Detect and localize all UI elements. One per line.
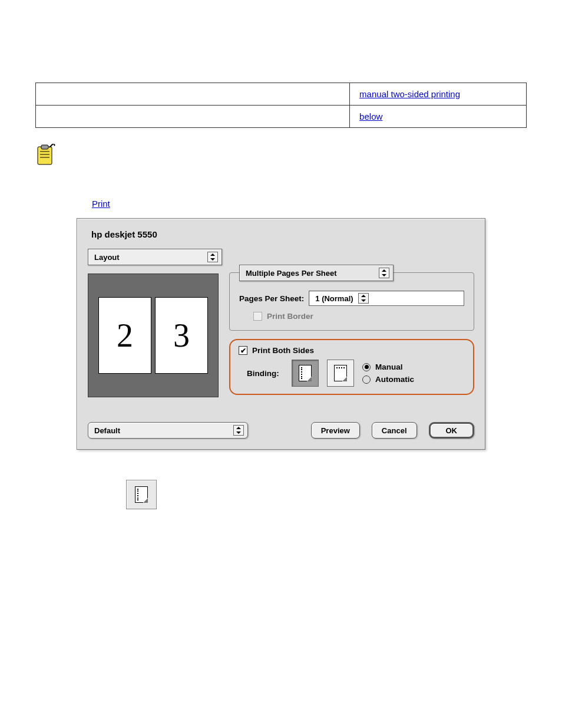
table-row2-right: below — [350, 106, 527, 128]
preset-value: Default — [94, 426, 120, 435]
step-4-text: Select the appropriate binding: — [53, 464, 173, 476]
automatic-radio-label: Automatic — [375, 375, 414, 384]
print-both-sides-panel: Print Both Sides Binding: — [229, 339, 474, 395]
multiple-pages-panel: Multiple Pages Per Sheet Pages Per Sheet… — [229, 272, 474, 331]
preview-page-3: 3 — [155, 297, 208, 374]
printing-instructions-heading: printing instructions — [35, 181, 527, 193]
layout-preview: 2 3 — [88, 274, 219, 397]
print-both-sides-label: Print Both Sides — [252, 346, 314, 355]
pages-per-sheet-value: 1 (Normal) — [315, 294, 353, 303]
book-binding-icon — [135, 486, 148, 503]
below-link[interactable]: below — [359, 111, 382, 121]
updown-arrows-icon — [358, 293, 369, 304]
table-row1-left — [36, 83, 350, 106]
manual-radio-label: Manual — [375, 363, 403, 371]
print-both-sides-checkbox[interactable] — [239, 346, 247, 355]
manual-radio[interactable] — [362, 363, 371, 371]
preview-page-2: 2 — [98, 297, 151, 374]
panel-select[interactable]: Layout — [88, 249, 222, 265]
mpps-value: Multiple Pages Per Sheet — [246, 269, 337, 278]
print-border-row: Print Border — [253, 312, 464, 321]
pages-per-sheet-label: Pages Per Sheet: — [239, 294, 304, 303]
clipboard-note-icon — [35, 144, 55, 168]
binding-tablet-button[interactable] — [327, 360, 354, 387]
preset-select[interactable]: Default — [88, 422, 248, 439]
note-text: For best results, do not use the followi… — [62, 142, 272, 154]
ok-button[interactable]: OK — [429, 422, 475, 439]
svg-rect-1 — [41, 145, 48, 149]
step-1-text-a: Open the — [53, 199, 92, 209]
step-1: 1. Open the Print dialog box, then selec… — [35, 197, 527, 210]
svg-line-5 — [49, 144, 54, 147]
cancel-button[interactable]: Cancel — [372, 422, 417, 439]
print-dialog: hp deskjet 5550 Layout 2 3 — [77, 218, 485, 450]
print-dialog-link[interactable]: Print — [92, 199, 110, 209]
binding-book-button[interactable] — [292, 360, 319, 387]
options-table: manual two-sided printing below — [35, 83, 527, 128]
print-border-checkbox — [253, 312, 262, 321]
step-4: 4. Select the appropriate binding: — [35, 464, 527, 476]
manual-two-sided-link[interactable]: manual two-sided printing — [359, 89, 460, 99]
table-row1-right: manual two-sided printing — [350, 83, 527, 106]
book-binding-standalone — [126, 480, 157, 509]
table-row2-left — [36, 106, 350, 128]
book-binding-icon — [299, 365, 312, 381]
note-block: For best results, do not use the followi… — [35, 142, 527, 168]
tablet-binding-icon — [334, 365, 347, 381]
dialog-title: hp deskjet 5550 — [91, 229, 472, 239]
updown-arrows-icon — [233, 425, 244, 436]
binding-label: Binding: — [247, 369, 283, 378]
panel-select-value: Layout — [94, 253, 120, 262]
preview-button[interactable]: Preview — [311, 422, 360, 439]
step-1-text-b: dialog box, then select the following se… — [110, 199, 283, 209]
updown-arrows-icon — [379, 268, 389, 278]
print-border-label: Print Border — [267, 312, 313, 321]
mpps-select[interactable]: Multiple Pages Per Sheet — [239, 265, 394, 281]
updown-arrows-icon — [207, 252, 218, 262]
pages-per-sheet-select[interactable]: 1 (Normal) — [309, 291, 464, 306]
automatic-radio[interactable] — [362, 375, 371, 384]
